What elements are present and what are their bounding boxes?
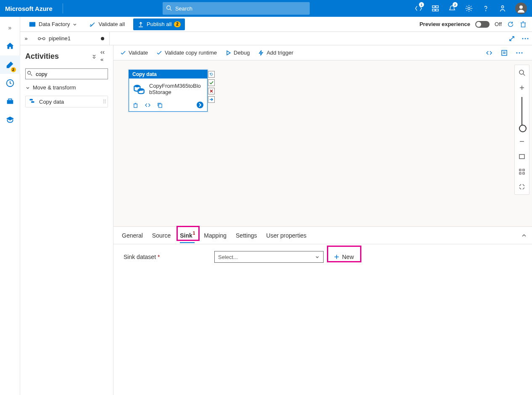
pipeline-tab[interactable]: pipeline1 — [32, 32, 110, 45]
activities-search-input[interactable] — [25, 68, 108, 79]
clone-icon[interactable] — [157, 102, 163, 108]
activities-expand-button[interactable] — [90, 52, 99, 61]
validate-all-button[interactable]: Validate all — [86, 19, 128, 29]
activities-panel: Activities « Move & transform Copy data … — [20, 45, 113, 395]
rail-manage-button[interactable] — [0, 92, 20, 111]
expand-canvas-button[interactable] — [505, 32, 519, 45]
tab-settings[interactable]: Settings — [236, 228, 257, 243]
rail-home-button[interactable] — [0, 37, 20, 55]
discard-button[interactable] — [519, 21, 527, 28]
validate-copy-button[interactable]: Validate copy runtime — [156, 50, 217, 56]
tab-mapping[interactable]: Mapping — [204, 228, 226, 243]
preview-toggle[interactable] — [475, 21, 490, 28]
svg-rect-2 — [436, 6, 438, 8]
delete-icon[interactable] — [132, 102, 139, 108]
completion-port-icon[interactable] — [208, 96, 215, 103]
more-menu-button[interactable] — [519, 32, 532, 45]
activities-collapse-button[interactable]: « — [99, 49, 108, 64]
svg-point-11 — [38, 37, 40, 39]
header-divider — [63, 3, 63, 13]
rail-author-button[interactable]: 2 — [0, 55, 20, 74]
fullscreen-button[interactable] — [514, 179, 529, 194]
debug-button[interactable]: Debug — [225, 50, 250, 56]
tab-user-properties[interactable]: User properties — [266, 228, 307, 243]
svg-rect-3 — [432, 9, 435, 11]
search-input[interactable] — [163, 2, 310, 15]
select-placeholder: Select... — [218, 254, 238, 260]
tab-general[interactable]: General — [122, 228, 143, 243]
activity-category[interactable]: Move & transform — [25, 84, 108, 91]
copy-data-activity[interactable]: Copy data CopyFromM365toBlobStorage — [129, 70, 208, 112]
activity-item-copydata[interactable]: Copy data ⠿ — [25, 96, 108, 107]
svg-rect-25 — [159, 104, 162, 107]
directories-button[interactable] — [428, 0, 443, 17]
validate-button[interactable]: Validate — [120, 50, 148, 56]
svg-rect-1 — [432, 6, 435, 8]
canvas-surface[interactable]: Copy data CopyFromM365toBlobStorage — [113, 60, 532, 226]
validate-label: Validate — [129, 50, 148, 56]
svg-point-24 — [138, 88, 144, 91]
tab-sink[interactable]: Sink1 — [180, 228, 195, 243]
undo-icon[interactable] — [208, 71, 215, 78]
properties-panel: General Source Sink1 Mapping Settings Us… — [113, 226, 532, 395]
fit-screen-button[interactable] — [514, 149, 529, 164]
svg-point-22 — [521, 52, 523, 53]
service-selector[interactable]: Data Factory — [25, 19, 81, 30]
preview-toggle-state: Off — [495, 21, 502, 27]
activities-search — [25, 68, 108, 79]
zoom-out-button[interactable] — [514, 134, 529, 149]
grip-icon: ⠿ — [103, 99, 106, 105]
svg-point-13 — [522, 38, 524, 39]
editor-tabs: » pipeline1 — [20, 32, 532, 45]
activity-header: Copy data — [129, 70, 207, 78]
success-port-icon[interactable] — [208, 79, 215, 86]
sink-dataset-select[interactable]: Select... — [214, 251, 324, 263]
svg-point-27 — [519, 70, 524, 74]
brand-label: Microsoft Azure — [5, 5, 53, 12]
zoom-in-button[interactable] — [514, 80, 529, 95]
search-icon — [166, 5, 172, 11]
refresh-button[interactable] — [507, 21, 514, 28]
notif-badge: 2 — [453, 2, 458, 7]
validate-all-label: Validate all — [98, 21, 125, 27]
layout-button[interactable] — [514, 164, 529, 179]
left-rail: » 2 — [0, 17, 20, 395]
properties-button[interactable] — [498, 47, 510, 59]
rail-collapse-button[interactable]: » — [0, 18, 20, 37]
svg-rect-31 — [519, 173, 521, 174]
publish-all-button[interactable]: Publish all 2 — [133, 18, 185, 30]
svg-point-26 — [197, 102, 203, 108]
svg-point-6 — [486, 10, 486, 11]
header-actions: 1 2 — [411, 0, 527, 17]
new-dataset-button[interactable]: New — [330, 252, 357, 262]
user-avatar[interactable] — [515, 3, 527, 14]
service-toolbar: Data Factory Validate all Publish all 2 … — [20, 17, 532, 32]
svg-point-18 — [31, 101, 34, 102]
notifications-button[interactable]: 2 — [445, 0, 460, 17]
sink-error-badge: 1 — [193, 231, 195, 235]
canvas-area: Validate Validate copy runtime Debug Add… — [113, 45, 532, 395]
rail-learn-button[interactable] — [0, 111, 20, 129]
settings-button[interactable] — [461, 0, 477, 17]
zoom-search-button[interactable] — [514, 65, 529, 80]
failure-port-icon[interactable] — [208, 88, 215, 94]
resource-tree-toggle[interactable]: » — [20, 35, 32, 42]
code-icon[interactable] — [145, 102, 151, 108]
svg-point-8 — [519, 5, 523, 9]
cloud-shell-button[interactable]: 1 — [411, 0, 426, 17]
svg-point-15 — [527, 38, 529, 39]
panel-collapse-button[interactable] — [521, 233, 527, 238]
feedback-button[interactable] — [495, 0, 510, 17]
help-button[interactable] — [478, 0, 493, 17]
code-view-button[interactable] — [483, 47, 495, 59]
tab-source[interactable]: Source — [152, 228, 171, 243]
svg-rect-30 — [523, 169, 524, 171]
publish-badge: 2 — [174, 21, 181, 27]
zoom-slider[interactable] — [521, 97, 522, 131]
cloudshell-badge: 1 — [419, 2, 424, 7]
add-trigger-button[interactable]: Add trigger — [258, 50, 293, 56]
canvas-more-button[interactable] — [514, 47, 525, 59]
connector-handle[interactable] — [196, 101, 204, 109]
svg-rect-19 — [502, 50, 507, 55]
rail-monitor-button[interactable] — [0, 74, 20, 92]
